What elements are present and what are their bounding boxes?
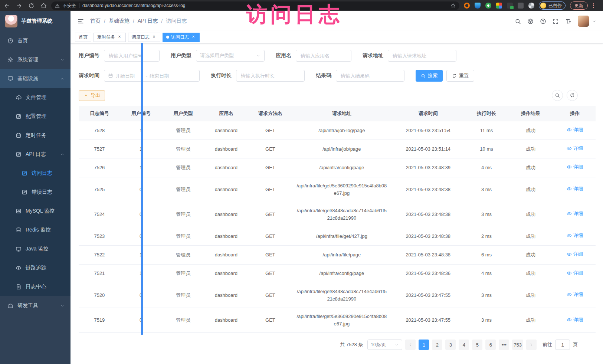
detail-link[interactable]: 详细 [567,291,583,298]
sidebar-item-java-monitor[interactable]: Java 监控 [0,239,71,258]
sidebar-item-label: Redis 监控 [26,227,51,233]
browser-back-icon[interactable] [4,3,10,9]
page-button-6[interactable]: 6 [485,340,496,350]
pagination-more-button[interactable]: ••• [499,340,509,350]
fullscreen-icon[interactable] [553,18,559,24]
detail-link[interactable]: 详细 [567,250,583,258]
sidebar-item-log-center[interactable]: 日志中心 [0,277,71,296]
close-icon[interactable]: × [117,35,122,40]
duration-input[interactable] [236,70,305,82]
avatar-caret-down-icon[interactable] [592,19,596,23]
sidebar-item-infrastructure[interactable]: 基础设施 [0,69,71,88]
page-button-2[interactable]: 2 [432,340,442,350]
page-button-753[interactable]: 753 [512,340,523,350]
sidebar-item-redis-monitor[interactable]: Redis 监控 [0,220,71,239]
filter-label-request-time: 请求时间 [79,72,99,79]
sidebar-item-config-management[interactable]: 配置管理 [0,107,71,126]
app-logo[interactable]: 芋道管理系统 [0,11,71,31]
scrollbar-thumb[interactable] [141,43,143,335]
table-row: 75250管理员dashboardGET/api/infra/file/get/… [79,177,596,202]
bookmark-star-icon[interactable] [450,3,456,8]
app-name-input[interactable] [296,50,351,62]
start-date-input[interactable] [115,73,144,79]
browser-home-icon[interactable] [40,3,47,9]
request-url-input[interactable] [388,50,456,62]
close-icon[interactable]: × [151,35,157,40]
address-bar[interactable]: 不安全 dashboard.yudao.iocoder.cn/infra/log… [51,1,459,10]
user-type-select[interactable]: 请选择用户类型 [196,50,265,62]
font-size-icon[interactable] [565,18,571,24]
sidebar-item-file-management[interactable]: 文件管理 [0,88,71,107]
detail-link[interactable]: 详细 [567,185,583,193]
cell-user-type: 管理员 [162,121,205,140]
breadcrumb-api-log[interactable]: API 日志 [138,18,158,24]
sidebar-item-system-management[interactable]: 系统管理 [0,50,71,69]
translate-extension-icon[interactable] [507,3,513,9]
grid-extension-icon[interactable] [496,3,502,9]
page-size-select[interactable]: 10条/页 [367,340,402,350]
cell-request-time: 2021-05-03 23:48:38 [390,177,466,202]
end-date-input[interactable] [150,73,178,79]
table-search-toggle-button[interactable] [552,90,563,101]
close-icon[interactable]: × [191,35,196,40]
breadcrumb-home[interactable]: 首页 [90,18,101,24]
browser-menu-icon[interactable] [592,3,595,9]
github-icon[interactable] [527,18,534,24]
sidebar-item-error-log[interactable]: 错误日志 [0,183,71,201]
green-circle-extension-icon[interactable] [485,3,491,9]
eye-icon [567,127,572,132]
detail-link[interactable]: 详细 [567,316,583,324]
request-time-daterange[interactable]: - [104,70,200,82]
sidebar-item-dev-tools[interactable]: 研发工具 [0,296,71,315]
sidebar-item-home[interactable]: 首页 [0,31,71,50]
cell-method: GET [248,283,293,308]
sidebar-collapse-icon[interactable] [77,18,84,25]
cell-action: 详细 [554,140,596,158]
tab-home[interactable]: 首页 [75,33,91,42]
cell-result: 成功 [507,177,554,202]
sidebar-item-trace[interactable]: 链路追踪 [0,258,71,277]
prev-page-button[interactable] [405,340,416,350]
tab-scheduled-task[interactable]: 定时任务× [94,33,126,42]
breadcrumb-infrastructure[interactable]: 基础设施 [109,18,130,24]
detail-link[interactable]: 详细 [567,232,583,239]
browser-reload-icon[interactable] [28,3,35,9]
user-id-input[interactable] [104,50,160,62]
export-button[interactable]: 导出 [79,90,105,101]
page-button-5[interactable]: 5 [472,340,482,350]
detail-link[interactable]: 详细 [567,163,583,171]
page-button-3[interactable]: 3 [445,340,456,350]
pinwheel-extension-icon[interactable] [528,3,534,9]
next-page-button[interactable] [526,340,537,350]
tags-view-bar: 首页定时任务×调度日志×访问日志× [71,31,603,43]
reset-button[interactable]: 重置 [446,70,474,82]
sidebar-item-mysql-monitor[interactable]: MySQL 监控 [0,201,71,220]
detail-link[interactable]: 详细 [567,269,583,277]
paused-extension-badge[interactable]: 已暂停 [539,1,566,10]
shield-extension-icon[interactable] [475,3,481,9]
cell-log-id: 7522 [79,246,120,264]
page-button-1[interactable]: 1 [419,340,429,350]
sidebar-item-access-log[interactable]: 访问日志 [0,164,71,183]
header-search-icon[interactable] [515,18,521,24]
detail-link[interactable]: 详细 [567,210,583,217]
goto-page-input[interactable] [555,340,570,350]
docs-help-icon[interactable] [540,18,546,24]
detail-link[interactable]: 详细 [567,145,583,152]
result-code-input[interactable] [336,70,404,82]
sidebar-item-scheduled-task[interactable]: 定时任务 [0,126,71,145]
tab-access-log[interactable]: 访问日志× [163,33,200,42]
table-refresh-button[interactable] [567,90,578,101]
browser-forward-icon[interactable] [16,3,22,9]
browser-update-button[interactable]: 更新 [570,1,588,10]
sidebar-item-api-log[interactable]: API 日志 [0,145,71,164]
orange-circle-extension-icon[interactable] [464,3,470,9]
page-button-4[interactable]: 4 [459,340,469,350]
url-text: dashboard.yudao.iocoder.cn/infra/log/api… [82,3,448,8]
security-warning-icon[interactable] [55,3,60,8]
search-button[interactable]: 搜索 [416,70,443,82]
detail-link[interactable]: 详细 [567,126,583,134]
user-avatar[interactable] [578,16,589,27]
dark-extension-icon[interactable] [518,3,524,9]
tab-schedule-log[interactable]: 调度日志× [128,33,160,42]
